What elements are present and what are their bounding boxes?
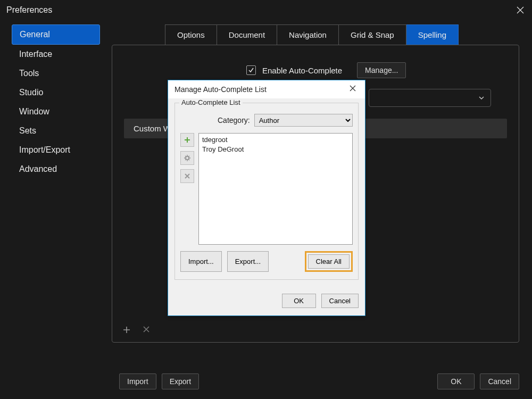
close-icon[interactable] — [515, 5, 526, 15]
tab-row: Options Document Navigation Grid & Snap … — [165, 24, 519, 45]
bottom-import-button[interactable]: Import — [119, 373, 156, 389]
gear-icon — [184, 154, 191, 162]
sidebar-item-window[interactable]: Window — [12, 102, 100, 121]
bottom-export-button[interactable]: Export — [162, 373, 199, 389]
enable-autocomplete-checkbox[interactable] — [246, 65, 256, 75]
category-label: Category: — [218, 116, 250, 124]
sidebar-item-tools[interactable]: Tools — [12, 64, 100, 83]
groupbox-label: Auto-Complete List — [179, 98, 243, 106]
dialog-ok-button[interactable]: OK — [282, 294, 316, 308]
autocomplete-groupbox: Auto-Complete List Category: Author — [174, 103, 359, 280]
tab-document[interactable]: Document — [217, 24, 277, 45]
remove-icon[interactable] — [142, 325, 151, 335]
sidebar-item-interface[interactable]: Interface — [12, 45, 100, 64]
window-title: Preferences — [6, 5, 52, 15]
enable-autocomplete-label: Enable Auto-Complete — [262, 66, 342, 75]
ok-button[interactable]: OK — [437, 373, 475, 389]
add-entry-button[interactable] — [180, 133, 194, 147]
tab-navigation[interactable]: Navigation — [277, 24, 339, 45]
sidebar-item-advanced[interactable]: Advanced — [12, 160, 100, 179]
plus-icon — [184, 136, 191, 144]
add-icon[interactable] — [122, 325, 131, 335]
manage-autocomplete-dialog: Manage Auto-Complete List Auto-Complete … — [168, 80, 365, 316]
list-item[interactable]: tdegroot — [202, 135, 349, 145]
x-icon — [184, 173, 190, 179]
clear-all-button[interactable]: Clear All — [308, 254, 350, 269]
sidebar-item-sets[interactable]: Sets — [12, 121, 100, 140]
dialog-title: Manage Auto-Complete List — [174, 85, 267, 94]
sidebar-item-general[interactable]: General — [12, 24, 100, 45]
delete-entry-button[interactable] — [180, 169, 194, 183]
chevron-down-icon — [478, 94, 485, 102]
dialog-cancel-button[interactable]: Cancel — [321, 294, 359, 308]
autocomplete-listbox[interactable]: tdegroot Troy DeGroot — [198, 133, 353, 245]
cancel-button[interactable]: Cancel — [480, 373, 519, 389]
bottom-bar: Import Export OK Cancel — [119, 373, 519, 389]
dialog-close-icon[interactable] — [349, 85, 359, 94]
titlebar: Preferences — [0, 0, 532, 20]
clear-all-highlight: Clear All — [305, 251, 353, 272]
sidebar: General Interface Tools Studio Window Se… — [0, 24, 112, 343]
panel-dropdown[interactable] — [369, 89, 491, 107]
list-item[interactable]: Troy DeGroot — [202, 145, 349, 154]
svg-point-0 — [186, 156, 189, 160]
sidebar-item-studio[interactable]: Studio — [12, 83, 100, 102]
tab-spelling[interactable]: Spelling — [406, 24, 459, 45]
tab-grid-snap[interactable]: Grid & Snap — [339, 24, 406, 45]
dialog-export-button[interactable]: Export... — [227, 251, 269, 272]
dialog-import-button[interactable]: Import... — [180, 251, 222, 272]
sidebar-item-import-export[interactable]: Import/Export — [12, 140, 100, 160]
category-select[interactable]: Author — [254, 114, 353, 127]
settings-entry-button[interactable] — [180, 151, 194, 165]
manage-button[interactable]: Manage... — [357, 62, 406, 78]
tab-options[interactable]: Options — [165, 24, 217, 45]
